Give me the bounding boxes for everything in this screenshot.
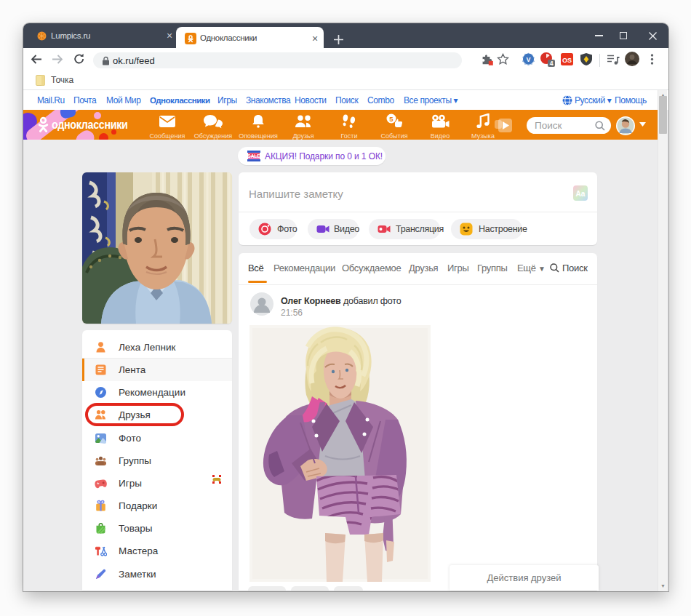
svg-text:4: 4 (550, 60, 554, 67)
svg-text:OS: OS (562, 57, 572, 64)
svg-text:SALE: SALE (247, 153, 260, 159)
svg-text:Aa: Aa (576, 190, 586, 198)
svg-text:5: 5 (389, 115, 394, 123)
svg-text:V: V (526, 56, 530, 63)
